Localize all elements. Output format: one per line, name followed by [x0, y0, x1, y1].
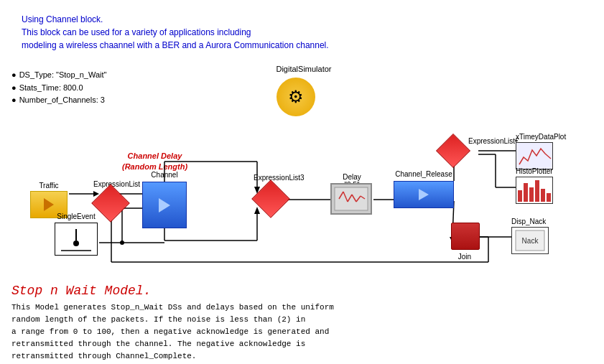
header-line1: Using Channel block. [22, 13, 329, 26]
header-line3: modeling a wireless chaannel with a BER … [22, 39, 329, 52]
histo-plotter-container[interactable]: HistoPlotter [516, 167, 553, 204]
delay-icon [330, 183, 372, 215]
expression-list2-label: ExpressionList€ [468, 137, 510, 145]
join-label: Join [449, 253, 480, 261]
channel-release-block[interactable]: Channel_Release [394, 181, 454, 208]
header-text: Using Channel block. This block can be u… [22, 13, 329, 52]
xtimey-label: xTimeyDataPlot [516, 133, 566, 141]
delay-block[interactable]: Delay "0.5" [330, 183, 372, 215]
channel-icon [142, 182, 187, 228]
channel-release-label: Channel_Release [394, 170, 454, 178]
disp-nack-icon: Nack [511, 227, 549, 254]
svg-text:Nack: Nack [522, 237, 539, 245]
svg-point-30 [120, 241, 124, 245]
expression-list1-block[interactable]: ExpressionList [93, 180, 128, 217]
disp-nack-container[interactable]: Disp_Nack Nack [511, 218, 549, 254]
join-icon [451, 223, 480, 250]
histo-icon [516, 177, 553, 204]
traffic-label: Traffic [30, 182, 68, 190]
num-channels-prop: Number_of_Channels: 3 [11, 94, 106, 107]
stats-time-prop: Stats_Time: 800.0 [11, 82, 106, 95]
single-event-label: SingleEvent [52, 213, 101, 220]
expression-list3-icon [251, 179, 290, 218]
digital-simulator-block[interactable]: ⚙ [277, 78, 320, 117]
gear-icon: ⚙ [277, 78, 315, 116]
desc-line4: retransmitted through the channel. The n… [11, 338, 392, 350]
desc-line5: retransmitted through Channel_Complete. [11, 350, 392, 363]
disp-nack-label: Disp_Nack [511, 218, 549, 225]
single-event-block[interactable]: SingleEvent [55, 223, 98, 256]
svg-rect-37 [335, 187, 368, 210]
channel-delay-label: Channel Delay (Random Length) [122, 151, 187, 173]
expression-list3-label: ExpressionList3 [254, 174, 295, 182]
desc-line3: a range from 0 to 100, then a negative a… [11, 326, 392, 338]
join-block[interactable]: Join [451, 223, 480, 250]
digital-simulator-label: DigitalSimulator [271, 65, 336, 73]
xtimey-dataplot-container[interactable]: xTimeyDataPlot [516, 133, 566, 169]
svg-point-45 [73, 241, 79, 246]
channel-block[interactable]: Channel [142, 182, 187, 228]
header-line2: This block can be used for a variety of … [22, 26, 329, 39]
expression-list3-block[interactable]: ExpressionList3 [257, 185, 284, 213]
xtimey-icon [516, 142, 553, 169]
channel-label: Channel [142, 171, 187, 179]
expression-list2-block[interactable]: ExpressionList€ [441, 139, 465, 163]
desc-line1: This Model generates Stop_n_Wait DSs and… [11, 302, 392, 314]
single-event-icon [55, 223, 98, 256]
channel-release-icon [394, 181, 454, 208]
expression-list2-icon [436, 134, 470, 168]
bottom-title: Stop n Wait Model. [11, 284, 151, 298]
desc-line2: random length of the packets. If the noi… [11, 314, 392, 326]
histo-label: HistoPlotter [516, 167, 553, 175]
ds-type-prop: DS_Type: "Stop_n_Wait" [11, 69, 106, 82]
properties-section: DS_Type: "Stop_n_Wait" Stats_Time: 800.0… [11, 69, 106, 107]
bottom-description: This Model generates Stop_n_Wait DSs and… [11, 302, 392, 363]
